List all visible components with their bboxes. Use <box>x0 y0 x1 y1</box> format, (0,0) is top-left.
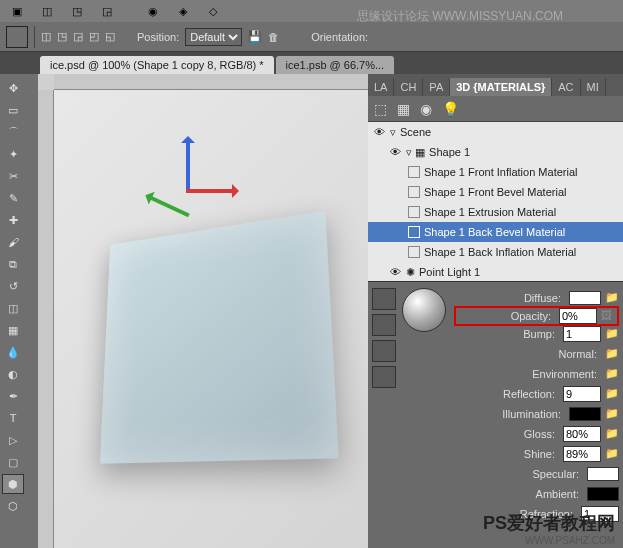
brush-tool[interactable]: 🖌 <box>2 232 24 252</box>
type-tool[interactable]: T <box>2 408 24 428</box>
eye-icon[interactable]: 👁 <box>372 126 386 138</box>
cube1-icon[interactable]: ◫ <box>34 2 60 20</box>
position-select[interactable]: Default <box>185 28 242 46</box>
axis-y[interactable] <box>186 139 190 189</box>
eye-icon[interactable]: 👁 <box>388 266 402 278</box>
folder-icon[interactable]: 📁 <box>605 367 619 381</box>
doc-tab-2[interactable]: ice1.psb @ 66.7%... <box>276 56 395 74</box>
ptab-la[interactable]: LA <box>368 78 394 96</box>
mat-picker-2[interactable] <box>372 314 396 336</box>
eye-icon[interactable]: 👁 <box>388 146 402 158</box>
folder-icon[interactable]: 📁 <box>605 387 619 401</box>
mat-picker-3[interactable] <box>372 340 396 362</box>
ptab-mi[interactable]: MI <box>581 78 606 96</box>
opacity-label: Opacity: <box>458 310 555 322</box>
opt-icon-5[interactable]: ◱ <box>105 30 115 43</box>
pen-tool[interactable]: ✒ <box>2 386 24 406</box>
opt-icon-1[interactable]: ◫ <box>41 30 51 43</box>
watermark-main: PS爱好者教程网 <box>483 511 615 535</box>
opt-icon-4[interactable]: ◰ <box>89 30 99 43</box>
specular-swatch[interactable] <box>587 467 619 481</box>
move-tool[interactable]: ✥ <box>2 78 24 98</box>
ambient-label: Ambient: <box>454 488 583 500</box>
tree-scene[interactable]: 👁▿Scene <box>368 122 623 142</box>
shape1-icon[interactable]: ◉ <box>140 2 166 20</box>
ptab-3d[interactable]: 3D {MATERIALS} <box>450 78 552 96</box>
ambient-swatch[interactable] <box>587 487 619 501</box>
mat-picker-4[interactable] <box>372 366 396 388</box>
shine-label: Shine: <box>454 448 559 460</box>
specular-label: Specular: <box>454 468 583 480</box>
trash-icon[interactable]: 🗑 <box>268 31 279 43</box>
folder-icon[interactable]: 📁 <box>605 291 619 305</box>
active-tool-icon <box>6 26 28 48</box>
shape3-icon[interactable]: ◇ <box>200 2 226 20</box>
shine-input[interactable] <box>563 446 601 462</box>
ice-cube-3d[interactable] <box>71 169 351 469</box>
save-icon[interactable]: 💾 <box>248 30 262 43</box>
orientation-label: Orientation: <box>311 31 368 43</box>
shape-tool[interactable]: ▢ <box>2 452 24 472</box>
folder-icon[interactable]: 📁 <box>605 427 619 441</box>
axis-x[interactable] <box>186 189 236 193</box>
material-preview-sphere[interactable] <box>402 288 446 332</box>
3d-tool[interactable]: ⬢ <box>2 474 24 494</box>
opt-icon-2[interactable]: ◳ <box>57 30 67 43</box>
blur-tool[interactable]: 💧 <box>2 342 24 362</box>
path-tool[interactable]: ▷ <box>2 430 24 450</box>
axis-z[interactable] <box>147 195 189 218</box>
ptab-ac[interactable]: AC <box>552 78 580 96</box>
mat-picker-1[interactable] <box>372 288 396 310</box>
tree-mat-3[interactable]: Shape 1 Back Bevel Material <box>368 222 623 242</box>
logo-icon[interactable]: ▣ <box>4 2 30 20</box>
lasso-tool[interactable]: ⌒ <box>2 122 24 142</box>
opacity-input[interactable] <box>559 308 597 324</box>
ptab-ch[interactable]: CH <box>394 78 423 96</box>
wand-tool[interactable]: ✦ <box>2 144 24 164</box>
shape2-icon[interactable]: ◈ <box>170 2 196 20</box>
watermark-url: WWW.PSAHZ.COM <box>483 535 615 546</box>
tree-mat-2[interactable]: Shape 1 Extrusion Material <box>368 202 623 222</box>
filter-scene-icon[interactable]: ⬚ <box>374 101 387 117</box>
tree-shape[interactable]: 👁▿ ▦Shape 1 <box>368 142 623 162</box>
eraser-tool[interactable]: ◫ <box>2 298 24 318</box>
history-tool[interactable]: ↺ <box>2 276 24 296</box>
opt-icon-3[interactable]: ◲ <box>73 30 83 43</box>
filter-light-icon[interactable]: 💡 <box>442 101 459 117</box>
ptab-pa[interactable]: PA <box>423 78 450 96</box>
3d-cam-tool[interactable]: ⬡ <box>2 496 24 516</box>
illumination-label: Illumination: <box>454 408 565 420</box>
tree-mat-4[interactable]: Shape 1 Back Inflation Material <box>368 242 623 262</box>
gloss-input[interactable] <box>563 426 601 442</box>
tree-mat-0[interactable]: Shape 1 Front Inflation Material <box>368 162 623 182</box>
ruler-horizontal <box>54 74 368 90</box>
diffuse-swatch[interactable] <box>569 291 601 305</box>
heal-tool[interactable]: ✚ <box>2 210 24 230</box>
folder-icon[interactable]: 📁 <box>605 447 619 461</box>
cube3-icon[interactable]: ◲ <box>94 2 120 20</box>
illumination-swatch[interactable] <box>569 407 601 421</box>
document-canvas[interactable] <box>54 90 368 548</box>
stamp-tool[interactable]: ⧉ <box>2 254 24 274</box>
ruler-vertical <box>38 90 54 548</box>
tree-light[interactable]: 👁✺Point Light 1 <box>368 262 623 282</box>
filter-mesh-icon[interactable]: ▦ <box>397 101 410 117</box>
crop-tool[interactable]: ✂ <box>2 166 24 186</box>
eyedropper-tool[interactable]: ✎ <box>2 188 24 208</box>
cube2-icon[interactable]: ◳ <box>64 2 90 20</box>
folder-icon[interactable]: 📁 <box>605 347 619 361</box>
marquee-tool[interactable]: ▭ <box>2 100 24 120</box>
environment-label: Environment: <box>454 368 601 380</box>
filter-mat-icon[interactable]: ◉ <box>420 101 432 117</box>
diffuse-label: Diffuse: <box>454 292 565 304</box>
dodge-tool[interactable]: ◐ <box>2 364 24 384</box>
tree-mat-1[interactable]: Shape 1 Front Bevel Material <box>368 182 623 202</box>
reflection-input[interactable] <box>563 386 601 402</box>
folder-icon[interactable]: 🖼 <box>601 309 615 323</box>
doc-tab-1[interactable]: ice.psd @ 100% (Shape 1 copy 8, RGB/8) * <box>40 56 274 74</box>
folder-icon[interactable]: 📁 <box>605 327 619 341</box>
canvas-area <box>38 74 368 548</box>
folder-icon[interactable]: 📁 <box>605 407 619 421</box>
gradient-tool[interactable]: ▦ <box>2 320 24 340</box>
bump-input[interactable] <box>563 326 601 342</box>
